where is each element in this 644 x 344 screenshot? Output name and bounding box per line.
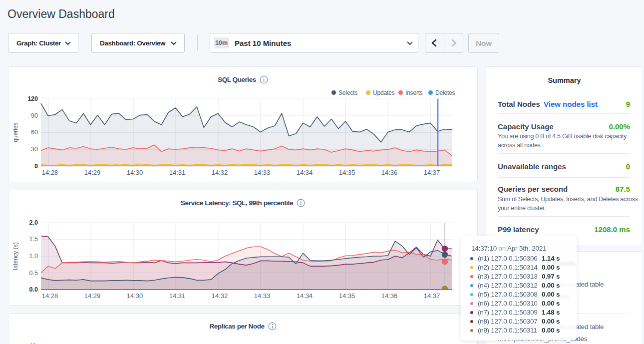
svg-text:queries: queries xyxy=(12,122,19,142)
svg-text:latency (s): latency (s) xyxy=(12,242,19,270)
